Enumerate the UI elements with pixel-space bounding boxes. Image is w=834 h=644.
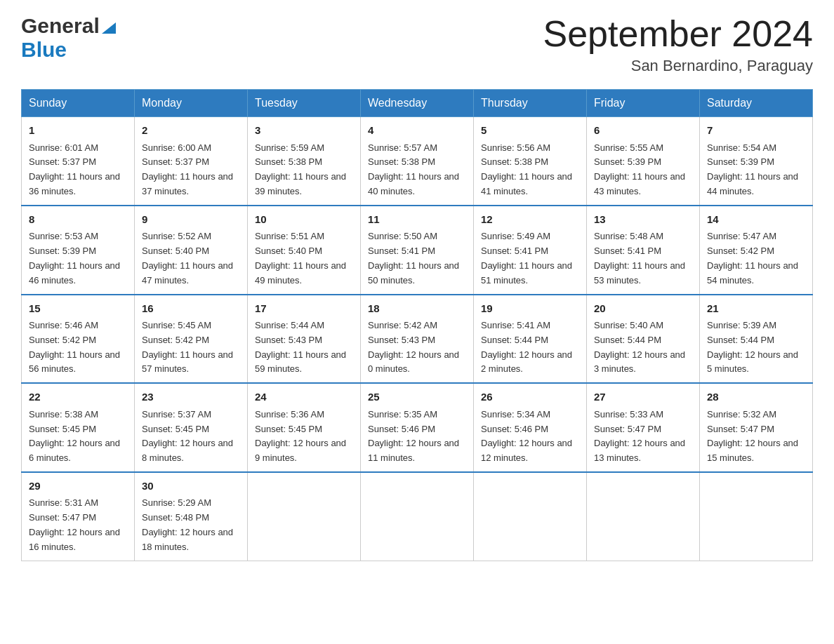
svg-marker-0 [102, 22, 116, 34]
calendar-cell: 11Sunrise: 5:50 AMSunset: 5:41 PMDayligh… [361, 206, 474, 295]
day-info: Sunrise: 5:53 AMSunset: 5:39 PMDaylight:… [29, 229, 127, 288]
calendar-cell [700, 472, 813, 561]
day-info: Sunrise: 5:35 AMSunset: 5:46 PMDaylight:… [368, 408, 466, 466]
day-info: Sunrise: 5:56 AMSunset: 5:38 PMDaylight:… [481, 141, 579, 199]
day-number: 8 [29, 212, 127, 228]
calendar-week-row: 15Sunrise: 5:46 AMSunset: 5:42 PMDayligh… [22, 295, 813, 384]
calendar-cell: 24Sunrise: 5:36 AMSunset: 5:45 PMDayligh… [248, 383, 361, 472]
day-info: Sunrise: 5:50 AMSunset: 5:41 PMDaylight:… [368, 229, 466, 288]
day-number: 5 [481, 123, 579, 139]
weekday-header-tuesday: Tuesday [248, 90, 361, 117]
day-number: 7 [707, 123, 805, 139]
day-number: 11 [368, 212, 466, 228]
calendar-cell: 9Sunrise: 5:52 AMSunset: 5:40 PMDaylight… [135, 206, 248, 295]
day-number: 6 [594, 123, 692, 139]
weekday-header-monday: Monday [135, 90, 248, 117]
calendar-cell: 4Sunrise: 5:57 AMSunset: 5:38 PMDaylight… [361, 117, 474, 206]
calendar-cell: 27Sunrise: 5:33 AMSunset: 5:47 PMDayligh… [587, 383, 700, 472]
calendar-header-row: SundayMondayTuesdayWednesdayThursdayFrid… [22, 90, 813, 117]
weekday-header-sunday: Sunday [22, 90, 135, 117]
day-info: Sunrise: 6:01 AMSunset: 5:37 PMDaylight:… [29, 141, 127, 199]
calendar-cell: 17Sunrise: 5:44 AMSunset: 5:43 PMDayligh… [248, 295, 361, 384]
calendar-cell: 5Sunrise: 5:56 AMSunset: 5:38 PMDaylight… [474, 117, 587, 206]
day-number: 30 [142, 478, 240, 495]
calendar-cell: 22Sunrise: 5:38 AMSunset: 5:45 PMDayligh… [22, 383, 135, 472]
day-number: 2 [142, 123, 240, 139]
day-number: 13 [594, 212, 692, 228]
weekday-header-saturday: Saturday [700, 90, 813, 117]
day-info: Sunrise: 5:46 AMSunset: 5:42 PMDaylight:… [29, 318, 127, 377]
calendar-cell: 21Sunrise: 5:39 AMSunset: 5:44 PMDayligh… [700, 295, 813, 384]
weekday-header-thursday: Thursday [474, 90, 587, 117]
day-info: Sunrise: 5:37 AMSunset: 5:45 PMDaylight:… [142, 408, 240, 466]
day-number: 16 [142, 301, 240, 317]
day-info: Sunrise: 5:32 AMSunset: 5:47 PMDaylight:… [707, 408, 805, 466]
day-info: Sunrise: 5:54 AMSunset: 5:39 PMDaylight:… [707, 141, 805, 199]
calendar-week-row: 1Sunrise: 6:01 AMSunset: 5:37 PMDaylight… [22, 117, 813, 206]
day-info: Sunrise: 5:40 AMSunset: 5:44 PMDaylight:… [594, 318, 692, 377]
day-number: 20 [594, 301, 692, 317]
calendar-cell: 18Sunrise: 5:42 AMSunset: 5:43 PMDayligh… [361, 295, 474, 384]
day-number: 3 [255, 123, 353, 139]
day-info: Sunrise: 5:51 AMSunset: 5:40 PMDaylight:… [255, 229, 353, 288]
calendar-cell: 26Sunrise: 5:34 AMSunset: 5:46 PMDayligh… [474, 383, 587, 472]
logo-general-text: General [21, 14, 100, 38]
day-info: Sunrise: 5:47 AMSunset: 5:42 PMDaylight:… [707, 229, 805, 288]
calendar-cell: 12Sunrise: 5:49 AMSunset: 5:41 PMDayligh… [474, 206, 587, 295]
day-info: Sunrise: 5:57 AMSunset: 5:38 PMDaylight:… [368, 141, 466, 199]
day-number: 25 [368, 389, 466, 405]
calendar-week-row: 22Sunrise: 5:38 AMSunset: 5:45 PMDayligh… [22, 383, 813, 472]
calendar-cell: 23Sunrise: 5:37 AMSunset: 5:45 PMDayligh… [135, 383, 248, 472]
calendar-cell [474, 472, 587, 561]
calendar-cell: 6Sunrise: 5:55 AMSunset: 5:39 PMDaylight… [587, 117, 700, 206]
calendar-cell: 25Sunrise: 5:35 AMSunset: 5:46 PMDayligh… [361, 383, 474, 472]
calendar-cell: 14Sunrise: 5:47 AMSunset: 5:42 PMDayligh… [700, 206, 813, 295]
day-info: Sunrise: 5:38 AMSunset: 5:45 PMDaylight:… [29, 408, 127, 466]
calendar-cell: 15Sunrise: 5:46 AMSunset: 5:42 PMDayligh… [22, 295, 135, 384]
day-info: Sunrise: 5:59 AMSunset: 5:38 PMDaylight:… [255, 141, 353, 199]
day-number: 14 [707, 212, 805, 228]
calendar-cell: 29Sunrise: 5:31 AMSunset: 5:47 PMDayligh… [22, 472, 135, 561]
calendar-cell: 1Sunrise: 6:01 AMSunset: 5:37 PMDaylight… [22, 117, 135, 206]
day-number: 23 [142, 389, 240, 405]
calendar-cell: 8Sunrise: 5:53 AMSunset: 5:39 PMDaylight… [22, 206, 135, 295]
weekday-header-friday: Friday [587, 90, 700, 117]
day-info: Sunrise: 5:41 AMSunset: 5:44 PMDaylight:… [481, 318, 579, 377]
calendar-cell: 28Sunrise: 5:32 AMSunset: 5:47 PMDayligh… [700, 383, 813, 472]
day-number: 17 [255, 301, 353, 317]
calendar-week-row: 29Sunrise: 5:31 AMSunset: 5:47 PMDayligh… [22, 472, 813, 561]
location-subtitle: San Bernardino, Paraguay [543, 57, 814, 75]
calendar-cell: 19Sunrise: 5:41 AMSunset: 5:44 PMDayligh… [474, 295, 587, 384]
day-number: 27 [594, 389, 692, 405]
month-year-title: September 2024 [543, 14, 814, 54]
calendar-cell: 16Sunrise: 5:45 AMSunset: 5:42 PMDayligh… [135, 295, 248, 384]
title-block: September 2024 San Bernardino, Paraguay [543, 14, 814, 75]
day-number: 28 [707, 389, 805, 405]
calendar-cell [248, 472, 361, 561]
logo-triangle-icon [102, 17, 116, 36]
day-number: 12 [481, 212, 579, 228]
day-number: 9 [142, 212, 240, 228]
calendar-cell: 13Sunrise: 5:48 AMSunset: 5:41 PMDayligh… [587, 206, 700, 295]
calendar-cell: 7Sunrise: 5:54 AMSunset: 5:39 PMDaylight… [700, 117, 813, 206]
day-info: Sunrise: 5:45 AMSunset: 5:42 PMDaylight:… [142, 318, 240, 377]
calendar-cell: 20Sunrise: 5:40 AMSunset: 5:44 PMDayligh… [587, 295, 700, 384]
day-number: 21 [707, 301, 805, 317]
day-info: Sunrise: 5:34 AMSunset: 5:46 PMDaylight:… [481, 408, 579, 466]
calendar-cell: 2Sunrise: 6:00 AMSunset: 5:37 PMDaylight… [135, 117, 248, 206]
day-number: 26 [481, 389, 579, 405]
day-info: Sunrise: 5:49 AMSunset: 5:41 PMDaylight:… [481, 229, 579, 288]
calendar-cell [587, 472, 700, 561]
day-number: 10 [255, 212, 353, 228]
day-number: 1 [29, 123, 127, 139]
page-header: General Blue September 2024 San Bernardi… [21, 14, 813, 75]
day-info: Sunrise: 5:55 AMSunset: 5:39 PMDaylight:… [594, 141, 692, 199]
calendar-cell: 3Sunrise: 5:59 AMSunset: 5:38 PMDaylight… [248, 117, 361, 206]
day-info: Sunrise: 5:48 AMSunset: 5:41 PMDaylight:… [594, 229, 692, 288]
logo: General Blue [21, 14, 116, 62]
day-number: 15 [29, 301, 127, 317]
day-info: Sunrise: 6:00 AMSunset: 5:37 PMDaylight:… [142, 141, 240, 199]
day-number: 24 [255, 389, 353, 405]
calendar-cell: 10Sunrise: 5:51 AMSunset: 5:40 PMDayligh… [248, 206, 361, 295]
day-number: 18 [368, 301, 466, 317]
